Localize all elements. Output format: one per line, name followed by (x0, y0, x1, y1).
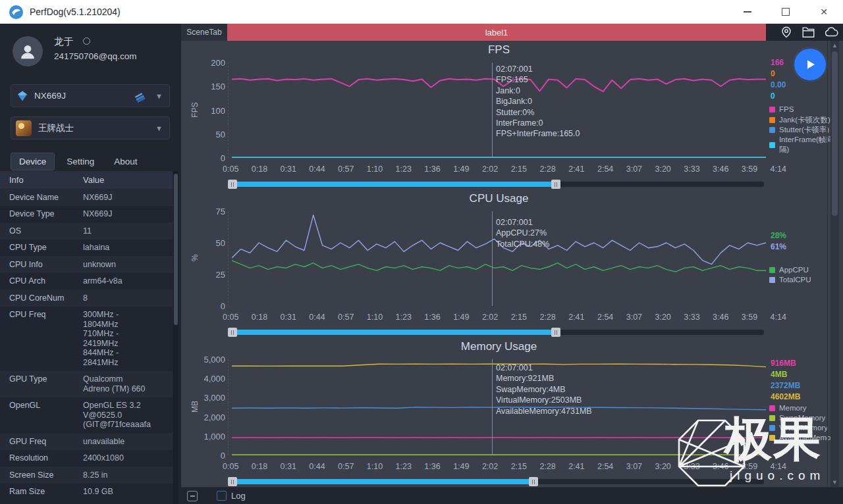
legend-item-Stutter(卡顿率)[interactable]: Stutter(卡顿率) (769, 125, 829, 135)
tab-setting[interactable]: Setting (59, 153, 102, 170)
row-value: unknown (83, 260, 173, 270)
folder-icon[interactable] (801, 25, 816, 39)
legend-item-Jank(卡顿次数)[interactable]: Jank(卡顿次数) (769, 115, 830, 125)
legend-swatch (769, 405, 775, 411)
device-select-value: NX669J (34, 91, 66, 101)
row-value: 11 (83, 226, 173, 236)
info-table: Device NameNX669JDevice TypeNX669JOS11CP… (0, 189, 173, 504)
legend-item-TotalCPU[interactable]: TotalCPU (769, 276, 811, 284)
legend-swatch (769, 277, 775, 283)
chevron-down-icon[interactable]: ▼ (155, 124, 163, 132)
tab-device[interactable]: Device (11, 153, 55, 170)
tooltip-line: VirtualMemory:2503MB (496, 395, 592, 405)
location-pin-icon[interactable] (779, 25, 794, 39)
scene-tab[interactable]: SceneTab (181, 24, 227, 41)
current-value-AvailableMemory: 4602MB (771, 392, 800, 401)
x-tick-label: 0:57 (338, 313, 354, 322)
row-label: GPU Freq (9, 437, 83, 447)
tooltip-line: Memory:921MB (496, 373, 592, 384)
chart-scrollbar-thumb[interactable] (832, 51, 838, 216)
chart-scrollbar[interactable]: ▲ ▼ (830, 41, 839, 487)
legend-item-SwapMemory[interactable]: SwapMemory (769, 414, 825, 422)
device-select[interactable]: NX669J ▼ (11, 84, 170, 107)
scene-label-bar[interactable]: label1 (227, 24, 766, 41)
current-value-Stutter(卡顿率): 0.00 (771, 80, 786, 89)
row-value: unavailable (83, 437, 173, 447)
user-badge-icon[interactable] (83, 38, 90, 45)
current-value-FPS: 166 (771, 58, 784, 67)
range-slider-handle-left[interactable] (228, 477, 237, 486)
x-tick-label: 3:33 (684, 164, 699, 174)
crosshair-tooltip: 02:07:001Memory:921MBSwapMemory:4MBVirtu… (496, 363, 592, 416)
x-tick-label: 2:54 (597, 313, 613, 322)
x-tick-label: 1:23 (396, 313, 412, 322)
x-tick-label: 4:14 (771, 164, 786, 174)
row-label: GPU Type (9, 374, 83, 393)
y-tick-label: 0 (194, 153, 225, 163)
sidebar-scrollbar[interactable] (173, 171, 178, 504)
perfdog-window: PerfDog(v5.1.210204) ✕ 龙于 241750706@qq.c… (0, 0, 843, 504)
x-tick-label: 0:44 (309, 164, 325, 174)
tooltip-line: FPS+InterFrame:165.0 (496, 128, 580, 139)
range-slider-handle-left[interactable] (228, 180, 237, 189)
row-value: 300MHz - 1804MHz 710MHz - 2419MHz 844MHz… (83, 310, 173, 367)
x-tick-label: 0:18 (252, 164, 267, 174)
y-axis-label: % (190, 245, 200, 271)
x-tick-label: 4:14 (771, 313, 786, 322)
app-select-value: 王牌战士 (38, 122, 74, 134)
play-button[interactable] (794, 49, 826, 80)
range-slider-selection[interactable] (232, 330, 556, 335)
connection-icon[interactable] (134, 89, 148, 104)
maximize-button[interactable] (767, 0, 805, 24)
x-tick-label: 2:41 (568, 164, 584, 174)
legend-item-Memory[interactable]: Memory (769, 404, 807, 412)
x-tick-label: 3:59 (742, 164, 757, 174)
tab-about[interactable]: About (106, 153, 145, 170)
y-tick-label: 0 (194, 301, 225, 311)
range-slider-handle-right[interactable] (551, 180, 560, 189)
current-value-SwapMemory: 4MB (771, 370, 787, 379)
collapse-button[interactable] (187, 491, 198, 501)
current-value-Memory: 916MB (771, 359, 796, 368)
chart-title-cpu-usage: CPU Usage (232, 192, 766, 205)
y-tick-label: 25 (194, 270, 225, 280)
range-slider-handle-right[interactable] (529, 477, 538, 486)
app-select[interactable]: 王牌战士 ▼ (11, 116, 170, 139)
y-tick-label: 75 (194, 207, 225, 216)
current-value-InterFrame(帧间隔): 0 (771, 91, 775, 101)
sidebar-scrollbar-thumb[interactable] (174, 174, 178, 325)
chevron-down-icon[interactable]: ▼ (155, 92, 163, 100)
table-row: CPU Freq300MHz - 1804MHz 710MHz - 2419MH… (0, 307, 173, 371)
scene-bar: SceneTab label1 (181, 24, 843, 41)
minimize-button[interactable] (728, 0, 767, 24)
x-tick-label: 3:33 (684, 313, 699, 322)
x-tick-label: 3:59 (742, 313, 757, 322)
range-slider-handle-left[interactable] (228, 328, 237, 337)
log-checkbox[interactable] (217, 491, 227, 501)
tooltip-line: AvailableMemory:4731MB (496, 406, 592, 416)
legend-item-FPS[interactable]: FPS (769, 105, 794, 113)
legend-label: FPS (779, 105, 794, 113)
column-header-value: Value (83, 175, 104, 185)
current-value-AppCPU: 28% (771, 231, 786, 240)
legend-item-AppCPU[interactable]: AppCPU (769, 266, 809, 274)
log-checkbox-label: Log (231, 491, 246, 501)
range-slider-selection[interactable] (232, 479, 533, 484)
x-tick-label: 3:07 (626, 164, 642, 174)
crosshair-line (492, 211, 493, 306)
close-button[interactable]: ✕ (805, 0, 843, 24)
row-value: NX669J (83, 193, 173, 203)
x-tick-label: 3:20 (655, 164, 670, 174)
legend-swatch (769, 267, 775, 273)
scroll-up-icon[interactable]: ▲ (830, 42, 839, 49)
row-label: OS (9, 226, 83, 236)
range-slider-handle-right[interactable] (551, 328, 560, 337)
table-row: CPU Infounknown (0, 256, 173, 273)
table-row: Device NameNX669J (0, 189, 173, 206)
tooltip-line: Jank:0 (496, 86, 580, 96)
x-tick-label: 0:44 (309, 313, 325, 322)
cloud-icon[interactable] (823, 25, 839, 39)
legend-item-VirtualMemory[interactable]: VirtualMemory (769, 424, 828, 432)
scroll-down-icon[interactable]: ▼ (830, 479, 839, 486)
range-slider-selection[interactable] (232, 182, 556, 187)
